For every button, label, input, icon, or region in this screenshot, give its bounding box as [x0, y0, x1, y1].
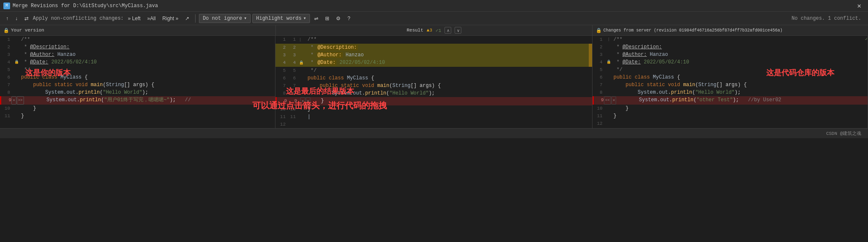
line-gutter: << ✕ — [607, 96, 613, 105]
line-gutter — [606, 105, 612, 112]
line-content: * @Author: Hanzao — [19, 51, 275, 58]
line-num: 6 — [593, 74, 606, 81]
left-gutter — [299, 105, 306, 113]
line-gutter — [606, 66, 612, 74]
table-row: 7 public static void main(String[] args)… — [0, 81, 275, 89]
all-button[interactable]: »All — [145, 15, 158, 22]
line-content: } — [19, 105, 275, 112]
line-num: 1 — [593, 36, 606, 43]
line-num: 3 — [0, 51, 13, 58]
line-gutter — [606, 51, 612, 58]
line-num2: 6 — [289, 74, 299, 82]
line-content: * @Description: — [19, 43, 275, 51]
help-button[interactable]: ? — [345, 15, 353, 22]
table-row: 5 5 */ — [275, 67, 592, 74]
line-content: } — [612, 105, 868, 112]
table-row: 11 } — [0, 112, 275, 120]
conflict-x-button[interactable]: ✕ — [300, 97, 305, 105]
line-num2: 5 — [289, 67, 299, 74]
table-row: 1 /** — [0, 36, 275, 43]
line-content: public static void main(String[] args) { — [19, 81, 275, 89]
line-num: 4 — [275, 59, 289, 67]
left-gutter — [299, 113, 306, 121]
warning-count: ▲3 — [427, 28, 432, 33]
line-content: */ — [612, 66, 868, 74]
line-content: * @Description: — [306, 44, 588, 51]
right-gutter-mark — [589, 59, 592, 67]
prev-conflict-button[interactable]: ∧ — [445, 27, 451, 34]
table-row: 10 10 } — [275, 105, 592, 113]
table-row: 4 🔒 * @Date: 2022/05/02/4:10 — [0, 58, 275, 66]
line-content: } — [306, 105, 592, 113]
table-row: 3 3 * @Author: Hanzao — [275, 51, 592, 59]
check-count: ✓1 — [436, 28, 441, 33]
table-row: 11 11 | — [275, 113, 592, 121]
table-row: 9 << ✕ System.out.println("other Test");… — [593, 96, 868, 105]
arrow-right2-button[interactable]: ↗ — [183, 15, 192, 22]
line-num: 7 — [593, 81, 606, 89]
line-num: 6 — [275, 74, 289, 82]
line-num2: 3 — [289, 51, 299, 59]
line-num: 2 — [275, 44, 289, 51]
line-gutter: 🔒 — [606, 58, 612, 66]
line-content: */ — [19, 66, 275, 74]
line-num2: 10 — [289, 105, 299, 113]
line-num2: 4 — [289, 59, 299, 67]
line-content: * @Author: Hanzao — [306, 51, 588, 59]
table-row: 10 } — [593, 105, 868, 112]
conflict-gutter: ✕ ✕ — [300, 97, 307, 105]
left-gutter — [299, 121, 306, 128]
line-num: 11 — [0, 112, 13, 120]
right-end-gutter — [859, 96, 868, 105]
line-num: 4 — [593, 58, 606, 66]
line-content — [306, 121, 592, 128]
line-content: public static void main(String[] args) { — [306, 82, 592, 89]
table-row: 6 public class MyClass { — [593, 74, 868, 81]
center-panel: 1 1 | /** 2 2 * @Description: 3 3 * @ — [275, 36, 592, 128]
line-gutter — [606, 43, 612, 51]
arrow-up-button[interactable]: ↑ — [3, 15, 11, 22]
left-lock-icon: 🔒 — [3, 28, 9, 33]
line-gutter — [606, 89, 612, 96]
line-content: System.out.println("other Test"); //by U… — [613, 96, 859, 105]
apply-icon-button[interactable]: ⇄ — [22, 15, 31, 22]
gear-button[interactable]: ⚙ — [333, 15, 343, 22]
highlight-dropdown[interactable]: Highlight words ▾ — [252, 14, 310, 23]
left-arrow-button[interactable]: ✕ — [11, 96, 16, 105]
credit-text: CSDN @建筑之魂 — [826, 130, 861, 137]
close-button[interactable]: ✕ — [854, 2, 865, 10]
bottom-bar: CSDN @建筑之魂 — [0, 128, 868, 138]
highlight-chevron: ▾ — [303, 15, 306, 21]
line-gutter — [606, 74, 612, 81]
line-num: 2 — [0, 43, 13, 51]
line-content: */ — [306, 67, 592, 74]
left-button[interactable]: » Left — [125, 15, 143, 22]
left-panel-header: 🔒 Your version — [0, 25, 276, 35]
line-num2: 2 — [289, 44, 299, 51]
line-num: 4 — [0, 58, 13, 66]
next-conflict-button[interactable]: ∨ — [455, 27, 461, 34]
right-panel-title: Changes from server (revision 01984df467… — [603, 28, 783, 33]
table-row: 9 ✕ >> System.out.println("用户01终于写完，嗯嗯嗯~… — [0, 96, 275, 105]
right-panel: 1 | /** ✓ 2 * @Description: 3 * @Author:… — [593, 36, 868, 128]
line-content: * @Description: — [612, 43, 868, 51]
table-row: 12 — [593, 120, 868, 127]
arrow-down-button[interactable]: ↓ — [13, 15, 20, 22]
line-num: 10 — [0, 105, 13, 112]
grid-button[interactable]: ⊞ — [323, 15, 332, 22]
equal-button[interactable]: ⇌ — [312, 15, 321, 22]
line-num: 12 — [275, 121, 289, 128]
line-gutter: | — [606, 36, 612, 43]
right-button[interactable]: Right » — [160, 15, 181, 22]
left-gutter: 🔒 — [299, 59, 306, 67]
ignore-dropdown[interactable]: Do not ignore ▾ — [199, 14, 251, 23]
line-num: 8 — [593, 89, 606, 96]
line-content: } — [307, 97, 592, 105]
table-row: 8 System.out.println("Hello World"); — [0, 89, 275, 96]
left-arrows-button[interactable]: << — [604, 96, 611, 105]
toolbar: ↑ ↓ ⇄ Apply non-conflicting changes: » L… — [0, 12, 868, 25]
right-lock-icon: 🔒 — [596, 28, 602, 33]
left-gutter — [299, 82, 306, 89]
line-gutter: 🔒 — [13, 58, 19, 66]
line-num: 3 — [275, 51, 289, 59]
